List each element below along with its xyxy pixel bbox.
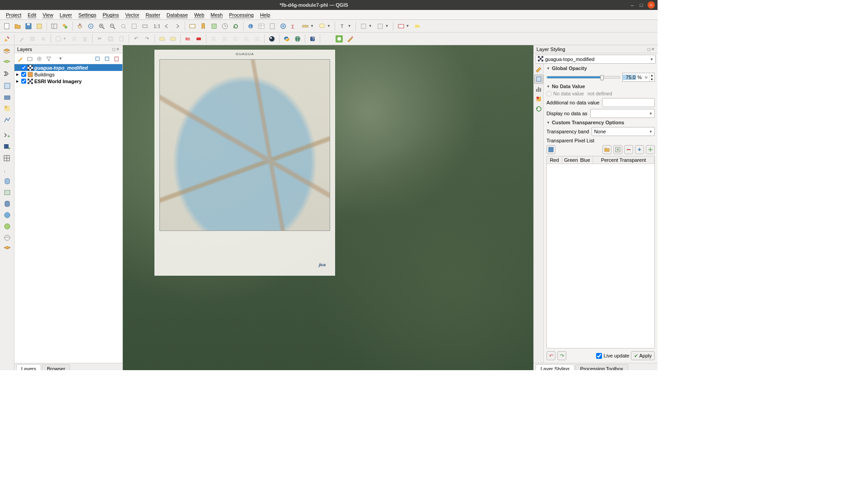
menu-processing[interactable]: Processing xyxy=(226,11,257,19)
layout-manager-button[interactable] xyxy=(49,21,59,31)
add-vector-tile-icon[interactable] xyxy=(1,244,13,254)
pan-button[interactable] xyxy=(75,21,85,31)
spinbox-down[interactable]: ▼ xyxy=(649,77,654,81)
tpl-add-icon[interactable] xyxy=(613,145,622,154)
show-map-tips-button[interactable]: ▼ xyxy=(317,21,332,31)
current-edits-button[interactable] xyxy=(2,34,12,44)
layer-row-esri[interactable]: ▸ ESRI World Imagery xyxy=(14,78,122,85)
select-by-location-button[interactable] xyxy=(412,21,422,31)
add-feature-button[interactable] xyxy=(38,34,48,44)
open-attribute-table-button[interactable] xyxy=(257,21,266,31)
histogram-tab-icon[interactable] xyxy=(534,85,543,94)
zoom-to-layer-button[interactable] xyxy=(140,21,150,31)
diagram-toolbar-icon[interactable] xyxy=(168,34,178,44)
vertex-tool-button[interactable] xyxy=(69,34,79,44)
plugin-5-icon[interactable] xyxy=(252,34,262,44)
new-spatialite-icon[interactable] xyxy=(1,81,13,91)
open-data-source-icon[interactable] xyxy=(1,47,13,57)
add-delimited-text-icon[interactable]: , xyxy=(1,165,13,175)
layer-visibility-checkbox[interactable] xyxy=(21,65,26,70)
undo-button[interactable]: ↶ xyxy=(131,34,141,44)
python-console-button[interactable] xyxy=(282,34,292,44)
save-layer-edits-button[interactable] xyxy=(28,34,37,44)
menu-raster[interactable]: Raster xyxy=(142,11,163,19)
save-project-button[interactable] xyxy=(23,21,33,31)
symbology-tab-icon[interactable] xyxy=(534,65,543,74)
tab-layer-styling[interactable]: Layer Styling xyxy=(536,364,574,370)
transparent-pixel-table[interactable]: Red Green Blue Percent Transparent xyxy=(546,156,655,348)
tpl-import-icon[interactable] xyxy=(635,145,644,154)
add-nodata-input[interactable] xyxy=(602,98,655,107)
remove-layer-icon[interactable] xyxy=(112,54,121,64)
layers-panel-close-icon[interactable]: ✕ xyxy=(116,47,120,52)
help-icon[interactable]: ? xyxy=(308,34,317,44)
redo-style-button[interactable]: ↷ xyxy=(557,351,566,360)
tpl-open-icon[interactable] xyxy=(602,145,611,154)
rendering-tab-icon[interactable] xyxy=(534,94,543,103)
apply-button[interactable]: ✔Apply xyxy=(631,351,655,360)
redo-button[interactable]: ↷ xyxy=(142,34,152,44)
plugin-1-icon[interactable] xyxy=(209,34,219,44)
live-update-checkbox[interactable] xyxy=(596,353,602,359)
add-raster-icon[interactable] xyxy=(1,103,13,113)
layer-visibility-checkbox[interactable] xyxy=(21,79,26,84)
new-project-button[interactable] xyxy=(2,21,12,31)
tpl-remove-icon[interactable] xyxy=(624,145,633,154)
plugin-3-icon[interactable] xyxy=(230,34,240,44)
zoom-in-button[interactable] xyxy=(97,21,107,31)
filter-legend-icon[interactable] xyxy=(45,54,53,64)
opacity-spinbox[interactable]: % ⊗ ▲▼ xyxy=(622,73,655,82)
new-geopackage-icon[interactable] xyxy=(1,58,13,68)
window-maximize-button[interactable]: □ xyxy=(638,1,645,9)
menu-web[interactable]: Web xyxy=(191,11,207,19)
menu-project[interactable]: Project xyxy=(3,11,24,19)
collapse-all-icon[interactable] xyxy=(103,54,111,64)
layer-row-buildings[interactable]: ▸ Buildings xyxy=(14,71,122,78)
show-spatial-bookmarks-button[interactable] xyxy=(209,21,219,31)
add-virtual-layer-icon[interactable] xyxy=(1,188,13,197)
add-spatialite-icon[interactable] xyxy=(1,176,13,186)
cut-features-button[interactable]: ✂ xyxy=(95,34,105,44)
map-canvas[interactable]: GUAGUA jica xyxy=(123,45,533,370)
zoom-out-button[interactable] xyxy=(107,21,117,31)
toolbox-button[interactable] xyxy=(278,21,288,31)
opacity-slider[interactable] xyxy=(546,76,621,79)
statistical-summary-button[interactable]: Σ xyxy=(289,21,299,31)
menu-settings[interactable]: Settings xyxy=(75,11,99,19)
layer-tree[interactable]: guagua-topo_modified ▸ Buildings ▸ ESRI … xyxy=(14,64,122,363)
custom-transparency-header[interactable]: Custom Transparency Options xyxy=(546,120,655,125)
layer-row-guagua[interactable]: guagua-topo_modified xyxy=(14,64,122,71)
undo-style-button[interactable]: ↶ xyxy=(546,351,555,360)
add-xyz-icon[interactable] xyxy=(1,233,13,243)
menu-help[interactable]: Help xyxy=(257,11,274,19)
styling-panel-dock-icon[interactable]: ◻ xyxy=(647,47,650,52)
label-toolbar-icon[interactable] xyxy=(157,34,167,44)
styling-layer-combo[interactable]: guagua-topo_modified ▼ xyxy=(536,55,656,64)
new-map-view-button[interactable] xyxy=(187,21,197,31)
add-group-icon[interactable] xyxy=(26,54,34,64)
zoom-next-button[interactable] xyxy=(173,21,182,31)
filter-legend-dropdown[interactable]: ▼ xyxy=(54,54,64,64)
tab-browser[interactable]: Browser xyxy=(42,364,70,370)
delete-selected-button[interactable] xyxy=(80,34,90,44)
tab-processing-toolbox[interactable]: Processing Toolbox xyxy=(575,364,628,370)
copy-features-button[interactable] xyxy=(106,34,116,44)
window-minimize-button[interactable]: – xyxy=(629,1,636,9)
layer-style-icon[interactable] xyxy=(16,54,24,64)
tpl-pick-icon[interactable] xyxy=(646,145,655,154)
refresh-button[interactable] xyxy=(231,21,241,31)
add-wfs-icon[interactable] xyxy=(1,221,13,231)
web-icon[interactable] xyxy=(293,34,303,44)
toggle-editing-button[interactable] xyxy=(17,34,27,44)
zoom-to-selection-button[interactable] xyxy=(129,21,139,31)
expand-all-icon[interactable] xyxy=(93,54,102,64)
select-by-form-button[interactable]: ▼ xyxy=(396,21,411,31)
tab-layers[interactable]: Layers xyxy=(16,364,41,370)
zoom-last-button[interactable] xyxy=(162,21,172,31)
global-opacity-header[interactable]: Global Opacity xyxy=(546,66,655,71)
osm-red-icon[interactable] xyxy=(194,34,204,44)
plugin-2-icon[interactable] xyxy=(219,34,229,44)
style-manager-button[interactable] xyxy=(60,21,70,31)
no-selection-button[interactable]: ▼ xyxy=(358,21,374,31)
menu-mesh[interactable]: Mesh xyxy=(207,11,226,19)
